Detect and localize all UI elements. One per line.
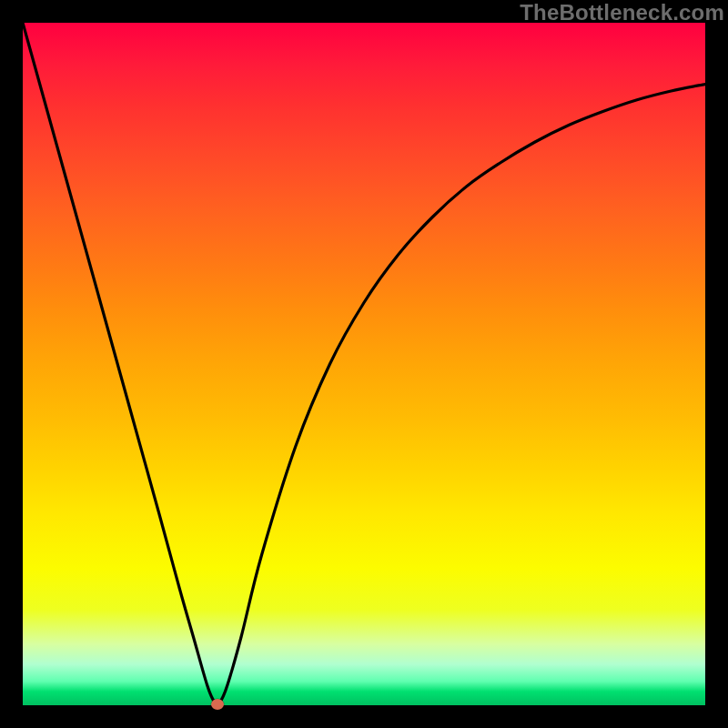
attribution-text: TheBottleneck.com <box>520 0 724 25</box>
curve-svg <box>23 23 705 705</box>
plot-area <box>23 23 705 705</box>
bottleneck-curve <box>23 23 705 704</box>
chart-frame: TheBottleneck.com <box>0 0 728 728</box>
minimum-marker <box>211 699 224 710</box>
